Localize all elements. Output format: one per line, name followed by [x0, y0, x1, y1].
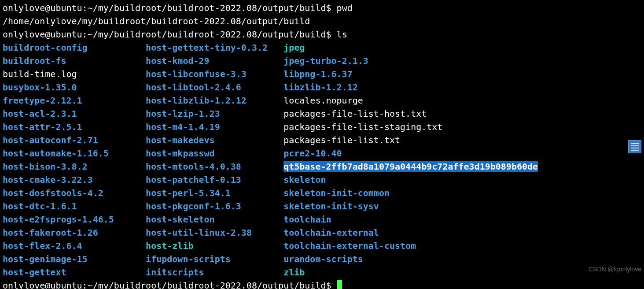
cursor: [337, 280, 342, 289]
ls-output: buildroot-confighost-gettext-tiny-0.3.2j…: [3, 41, 641, 279]
ls-entry: qt5base-2ffb7ad8a1079a0444b9c72affe3d19b…: [283, 161, 538, 172]
ls-entry: host-automake-1.16.5: [3, 148, 109, 159]
ls-entry: host-zlib: [146, 241, 193, 251]
ls-entry: host-perl-5.34.1: [146, 188, 231, 198]
ls-entry: buildroot-fs: [3, 56, 66, 66]
ls-entry: host-dtc-1.6.1: [3, 201, 77, 211]
ls-entry: host-lzip-1.23: [146, 108, 220, 119]
ls-entry: host-kmod-29: [146, 56, 210, 66]
ls-row: host-acl-2.3.1host-lzip-1.23packages-fil…: [3, 107, 641, 120]
ls-entry: pcre2-10.40: [283, 148, 342, 159]
ls-entry: skeleton-init-sysv: [283, 201, 379, 211]
ls-entry: host-flex-2.6.4: [3, 241, 82, 251]
ls-entry: libpng-1.6.37: [283, 69, 353, 79]
ls-entry: host-dosfstools-4.2: [3, 188, 103, 198]
ls-entry: build-time.log: [3, 69, 77, 79]
ls-entry: host-libzlib-1.2.12: [146, 95, 247, 106]
ls-row: host-e2fsprogs-1.46.5host-skeletontoolch…: [3, 213, 641, 226]
ls-row: host-autoconf-2.71host-makedevspackages-…: [3, 133, 641, 147]
prompt-line-2: onlylove@ubuntu:~/my/buildroot/buildroot…: [3, 28, 641, 41]
ls-entry: host-acl-2.3.1: [3, 108, 77, 119]
ls-entry: packages-file-list-host.txt: [283, 108, 427, 119]
ls-entry: host-pkgconf-1.6.3: [146, 201, 241, 211]
ls-entry: libzlib-1.2.12: [283, 82, 358, 93]
ls-entry: host-cmake-3.22.3: [3, 174, 93, 185]
ls-entry: host-genimage-15: [3, 254, 88, 264]
ls-entry: urandom-scripts: [283, 254, 363, 264]
ls-entry: host-attr-2.5.1: [3, 122, 82, 132]
ls-entry: host-bison-3.8.2: [3, 161, 88, 172]
ls-entry: zlib: [283, 267, 305, 278]
ls-entry: toolchain-external: [283, 227, 379, 238]
ls-row: host-automake-1.16.5host-mkpasswdpcre2-1…: [3, 147, 641, 160]
prompt-line-3: onlylove@ubuntu:~/my/buildroot/buildroot…: [3, 279, 641, 289]
ls-entry: packages-file-list-staging.txt: [283, 122, 442, 132]
ls-row: host-attr-2.5.1host-m4-1.4.19packages-fi…: [3, 120, 641, 133]
command-pwd: pwd: [337, 3, 353, 13]
prompt: onlylove@ubuntu:~/my/buildroot/buildroot…: [3, 280, 337, 289]
ls-entry: toolchain-external-custom: [283, 241, 416, 251]
prompt-line-1: onlylove@ubuntu:~/my/buildroot/buildroot…: [3, 1, 641, 15]
ls-entry: host-gettext-tiny-0.3.2: [146, 42, 268, 53]
ls-row: host-gettextinitscriptszlib: [3, 266, 641, 279]
ls-entry: freetype-2.12.1: [3, 95, 82, 106]
ls-row: host-genimage-15ifupdown-scriptsurandom-…: [3, 252, 641, 266]
ls-entry: host-makedevs: [146, 135, 215, 145]
ls-entry: busybox-1.35.0: [3, 82, 77, 93]
ls-entry: host-mkpasswd: [146, 148, 215, 159]
ls-row: host-dtc-1.6.1host-pkgconf-1.6.3skeleton…: [3, 200, 641, 213]
ls-entry: skeleton-init-common: [283, 188, 390, 198]
ls-entry: host-gettext: [3, 267, 66, 278]
ls-entry: host-libtool-2.4.6: [146, 82, 241, 93]
prompt: onlylove@ubuntu:~/my/buildroot/buildroot…: [3, 29, 337, 40]
ls-row: busybox-1.35.0host-libtool-2.4.6libzlib-…: [3, 81, 641, 94]
ls-entry: host-skeleton: [146, 214, 215, 225]
ls-entry: host-e2fsprogs-1.46.5: [3, 214, 114, 225]
ls-entry: jpeg: [283, 42, 305, 53]
ls-row: build-time.loghost-libconfuse-3.3libpng-…: [3, 67, 641, 81]
pwd-output: /home/onlylove/my/buildroot/buildroot-20…: [3, 15, 641, 28]
ls-row: host-dosfstools-4.2host-perl-5.34.1skele…: [3, 186, 641, 200]
ls-row: buildroot-fshost-kmod-29jpeg-turbo-2.1.3: [3, 54, 641, 67]
command-ls: ls: [337, 29, 347, 40]
ls-entry: host-autoconf-2.71: [3, 135, 98, 145]
ls-row: freetype-2.12.1host-libzlib-1.2.12locale…: [3, 94, 641, 107]
hamburger-icon[interactable]: [628, 140, 641, 153]
prompt: onlylove@ubuntu:~/my/buildroot/buildroot…: [3, 3, 337, 13]
ls-entry: jpeg-turbo-2.1.3: [283, 56, 368, 66]
ls-entry: host-mtools-4.0.38: [146, 161, 241, 172]
watermark: CSDN @lqonlylove: [589, 263, 641, 276]
ls-row: host-flex-2.6.4host-zlibtoolchain-extern…: [3, 239, 641, 252]
ls-entry: initscripts: [146, 267, 204, 278]
ls-row: host-cmake-3.22.3host-patchelf-0.13skele…: [3, 173, 641, 186]
terminal[interactable]: onlylove@ubuntu:~/my/buildroot/buildroot…: [3, 1, 641, 289]
ls-entry: toolchain: [283, 214, 331, 225]
ls-entry: buildroot-config: [3, 42, 88, 53]
ls-entry: host-util-linux-2.38: [146, 227, 252, 238]
ls-row: buildroot-confighost-gettext-tiny-0.3.2j…: [3, 41, 641, 54]
ls-entry: locales.nopurge: [283, 95, 363, 106]
ls-row: host-bison-3.8.2host-mtools-4.0.38qt5bas…: [3, 160, 641, 173]
ls-entry: packages-file-list.txt: [283, 135, 400, 145]
ls-entry: ifupdown-scripts: [146, 254, 231, 264]
ls-entry: host-m4-1.4.19: [146, 122, 220, 132]
ls-entry: host-patchelf-0.13: [146, 174, 241, 185]
ls-entry: host-libconfuse-3.3: [146, 69, 247, 79]
ls-entry: host-fakeroot-1.26: [3, 227, 98, 238]
ls-row: host-fakeroot-1.26host-util-linux-2.38to…: [3, 226, 641, 239]
ls-entry: skeleton: [283, 174, 326, 185]
